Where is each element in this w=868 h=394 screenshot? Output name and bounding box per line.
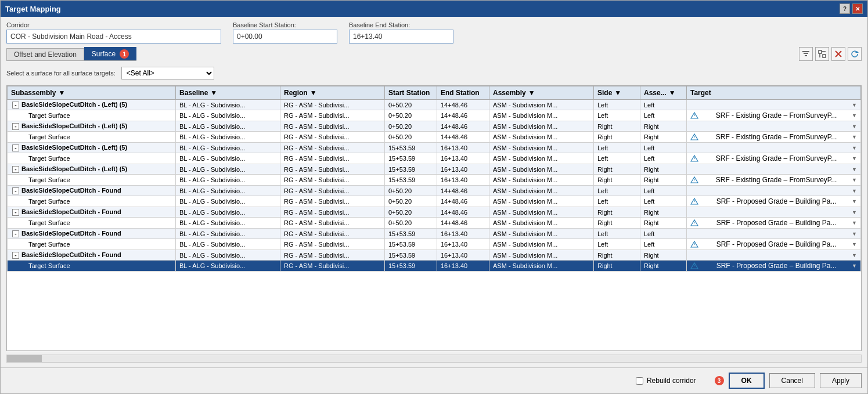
side-cell: Right <box>594 121 640 132</box>
assembly-cell: ASM - Subdivision M... <box>489 153 594 164</box>
table-row[interactable]: -BasicSideSlopeCutDitch - (Left) (5)BL -… <box>8 100 861 110</box>
region-cell: RG - ASM - Subdivisi... <box>280 100 385 110</box>
expand-icon[interactable]: - <box>12 187 19 194</box>
col-end-station[interactable]: End Station <box>437 86 489 100</box>
col-region[interactable]: Region ▼ <box>280 86 385 100</box>
table-wrapper[interactable]: Subassembly ▼ Baseline ▼ <box>6 85 862 351</box>
cancel-button[interactable]: Cancel <box>769 373 815 388</box>
expand-icon[interactable]: - <box>12 123 19 130</box>
table-row[interactable]: Target SurfaceBL - ALG - Subdivisio...RG… <box>8 132 861 143</box>
target-cell[interactable]: SRF - Proposed Grade – Building Pa...▼ <box>687 261 861 272</box>
corridor-input[interactable] <box>6 30 221 44</box>
ok-badge: 3 <box>715 376 724 385</box>
side-cell: Left <box>594 143 640 153</box>
endStation-cell: 16+13.40 <box>437 239 489 250</box>
expand-icon[interactable]: - <box>12 166 19 173</box>
col-baseline[interactable]: Baseline ▼ <box>176 86 280 100</box>
side-cell: Left <box>594 196 640 207</box>
col-asse[interactable]: Asse... ▼ <box>640 86 687 100</box>
expand-icon[interactable]: - <box>12 102 19 109</box>
target-cell[interactable]: SRF - Existing Grade – FromSurveyP...▼ <box>687 153 861 164</box>
assembly-cell: ASM - Subdivision M... <box>489 175 594 186</box>
subassembly-cell: -BasicSideSlopeCutDitch - Found <box>8 250 176 261</box>
asse-cell: Right <box>640 121 687 132</box>
help-button[interactable]: ? <box>840 3 850 14</box>
main-content: Corridor Baseline Start Station: Baselin… <box>1 17 867 367</box>
baseline-cell: BL - ALG - Subdivisio... <box>176 196 280 207</box>
target-cell[interactable]: SRF - Existing Grade – FromSurveyP...▼ <box>687 132 861 143</box>
region-cell: RG - ASM - Subdivisi... <box>280 110 385 121</box>
filter-rows-button[interactable] <box>799 47 813 61</box>
table-row[interactable]: -BasicSideSlopeCutDitch - FoundBL - ALG … <box>8 250 861 261</box>
close-button[interactable]: ✕ <box>852 3 863 14</box>
expand-icon[interactable]: - <box>12 230 19 237</box>
baseline-end-input[interactable] <box>349 30 453 44</box>
target-cell[interactable]: ▼ <box>687 143 861 153</box>
rebuild-label: Rebuild corridor <box>636 377 696 385</box>
refresh-button[interactable] <box>848 47 862 61</box>
table-row[interactable]: -BasicSideSlopeCutDitch - FoundBL - ALG … <box>8 186 861 196</box>
table-row[interactable]: -BasicSideSlopeCutDitch - (Left) (5)BL -… <box>8 121 861 132</box>
assembly-cell: ASM - Subdivision M... <box>489 121 594 132</box>
table-row[interactable]: Target SurfaceBL - ALG - Subdivisio...RG… <box>8 196 861 207</box>
target-cell[interactable]: ▼ <box>687 121 861 132</box>
srf-icon <box>690 197 698 205</box>
table-row[interactable]: -BasicSideSlopeCutDitch - FoundBL - ALG … <box>8 229 861 239</box>
rebuild-corridor-checkbox[interactable] <box>636 377 643 385</box>
ok-button[interactable]: OK <box>729 373 765 389</box>
table-body: -BasicSideSlopeCutDitch - (Left) (5)BL -… <box>8 100 861 272</box>
startStation-cell: 15+53.59 <box>385 175 437 186</box>
table-row[interactable]: Target SurfaceBL - ALG - Subdivisio...RG… <box>8 110 861 121</box>
target-cell[interactable]: ▼ <box>687 229 861 239</box>
table-row[interactable]: -BasicSideSlopeCutDitch - (Left) (5)BL -… <box>8 143 861 153</box>
expand-button[interactable] <box>815 47 829 61</box>
target-cell[interactable]: ▼ <box>687 250 861 261</box>
table-row[interactable]: Target SurfaceBL - ALG - Subdivisio...RG… <box>8 261 861 272</box>
surface-select-label: Select a surface for all surface targets… <box>6 70 116 77</box>
delete-button[interactable] <box>831 47 845 61</box>
baseline-cell: BL - ALG - Subdivisio... <box>176 153 280 164</box>
baseline-start-input[interactable] <box>233 30 337 44</box>
target-cell[interactable]: ▼ <box>687 186 861 196</box>
target-cell[interactable]: SRF - Existing Grade – FromSurveyP...▼ <box>687 110 861 121</box>
tab-surface[interactable]: Surface 1 <box>84 47 136 60</box>
tab-offset[interactable]: Offset and Elevation <box>6 48 84 60</box>
expand-icon[interactable]: - <box>12 144 19 151</box>
target-cell[interactable]: ▼ <box>687 100 861 110</box>
asse-cell: Right <box>640 261 687 272</box>
table-row[interactable]: -BasicSideSlopeCutDitch - FoundBL - ALG … <box>8 207 861 218</box>
asse-cell: Right <box>640 132 687 143</box>
table-row[interactable]: Target SurfaceBL - ALG - Subdivisio...RG… <box>8 218 861 229</box>
target-cell[interactable]: SRF - Existing Grade – FromSurveyP...▼ <box>687 175 861 186</box>
table-row[interactable]: Target SurfaceBL - ALG - Subdivisio...RG… <box>8 153 861 164</box>
target-surface-cell: Target Surface <box>8 153 176 164</box>
subassembly-cell: -BasicSideSlopeCutDitch - Found <box>8 207 176 218</box>
asse-cell: Left <box>640 143 687 153</box>
target-cell[interactable]: SRF - Proposed Grade – Building Pa...▼ <box>687 239 861 250</box>
side-cell: Left <box>594 229 640 239</box>
col-start-station[interactable]: Start Station <box>385 86 437 100</box>
horizontal-scrollbar[interactable] <box>6 355 862 363</box>
col-assembly[interactable]: Assembly ▼ <box>489 86 594 100</box>
target-cell[interactable]: SRF - Proposed Grade – Building Pa...▼ <box>687 218 861 229</box>
col-side[interactable]: Side ▼ <box>594 86 640 100</box>
endStation-cell: 16+13.40 <box>437 164 489 175</box>
endStation-cell: 14+48.46 <box>437 121 489 132</box>
target-cell[interactable]: ▼ <box>687 164 861 175</box>
table-row[interactable]: -BasicSideSlopeCutDitch - (Left) (5)BL -… <box>8 164 861 175</box>
tab-offset-label: Offset and Elevation <box>14 50 77 59</box>
baseline-cell: BL - ALG - Subdivisio... <box>176 186 280 196</box>
table-row[interactable]: Target SurfaceBL - ALG - Subdivisio...RG… <box>8 239 861 250</box>
col-subassembly[interactable]: Subassembly ▼ <box>8 86 176 100</box>
assembly-cell: ASM - Subdivision M... <box>489 186 594 196</box>
target-cell[interactable]: ▼ <box>687 207 861 218</box>
apply-button[interactable]: Apply <box>820 373 862 388</box>
asse-cell: Right <box>640 175 687 186</box>
table-row[interactable]: Target SurfaceBL - ALG - Subdivisio...RG… <box>8 175 861 186</box>
target-cell[interactable]: SRF - Proposed Grade – Building Pa...▼ <box>687 196 861 207</box>
expand-icon[interactable]: - <box>12 252 19 259</box>
surface-select-dropdown[interactable]: <Set All> <box>121 67 214 79</box>
target-mapping-table: Subassembly ▼ Baseline ▼ <box>7 86 861 272</box>
startStation-cell: 0+50.20 <box>385 121 437 132</box>
expand-icon[interactable]: - <box>12 209 19 216</box>
